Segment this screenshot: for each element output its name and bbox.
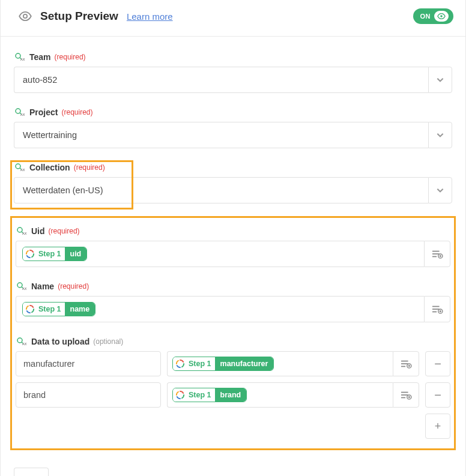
spinner-icon (173, 357, 187, 370)
svg-point-0 (23, 14, 27, 18)
manufacturer-chip[interactable]: Step 1 manufacturer (172, 357, 274, 371)
svg-text:AX: AX (20, 168, 25, 172)
svg-text:AX: AX (20, 58, 25, 61)
name-label: Name (31, 282, 54, 291)
upload-key-input[interactable]: manufacturer (16, 351, 161, 376)
upload-value-input[interactable]: Step 1 brand (167, 382, 393, 408)
svg-point-11 (17, 227, 22, 232)
upload-picker-button[interactable] (393, 351, 419, 376)
upload-row: manufacturer Step 1 manufacturer (16, 351, 450, 376)
data-upload-field: AX Data to upload (optional) manufacture… (16, 337, 450, 439)
collection-select-caret[interactable] (428, 177, 452, 203)
project-select-value[interactable]: Wettertraining (14, 122, 428, 148)
team-field: AX Team (required) auto-852 (14, 52, 452, 93)
chevron-down-icon (436, 76, 444, 84)
chevron-down-icon (436, 131, 444, 139)
chip-step: Step 1 (37, 247, 65, 261)
svg-point-5 (16, 109, 20, 113)
uid-field: AX Uid (required) Step 1 uid (16, 226, 450, 267)
qax-icon: AX (15, 53, 26, 61)
minus-icon: − (434, 388, 441, 402)
toggle-knob-icon (434, 11, 449, 22)
remove-row-button[interactable]: − (425, 351, 450, 376)
project-label: Project (29, 107, 58, 117)
bottom-tab-stub[interactable] (14, 468, 49, 476)
svg-text:AX: AX (22, 232, 27, 235)
upload-row: brand Step 1 brand (16, 382, 450, 408)
name-input[interactable]: Step 1 name (16, 296, 424, 322)
chevron-down-icon (436, 186, 444, 194)
name-chip[interactable]: Step 1 name (22, 302, 95, 316)
header-bar: Setup Preview Learn more ON (1, 0, 465, 37)
chip-attr: uid (65, 247, 87, 261)
list-add-icon (431, 249, 443, 259)
chip-step: Step 1 (187, 388, 215, 402)
qax-icon: AX (15, 108, 26, 116)
uid-chip[interactable]: Step 1 uid (22, 247, 87, 261)
name-field: AX Name (required) Step 1 name (16, 282, 450, 322)
collection-label: Collection (29, 163, 70, 172)
required-badge: (required) (58, 282, 89, 291)
svg-text:AX: AX (20, 113, 25, 116)
optional-badge: (optional) (93, 337, 123, 346)
minus-icon: − (434, 357, 441, 371)
chip-attr: manufacturer (215, 357, 274, 370)
collection-select-value[interactable]: Wetterdaten (en-US) (14, 177, 428, 203)
team-select-value[interactable]: auto-852 (14, 67, 428, 93)
uid-label: Uid (31, 226, 45, 236)
spinner-icon (173, 388, 187, 402)
spinner-icon (23, 303, 37, 316)
plus-icon: + (435, 420, 441, 433)
svg-text:AX: AX (22, 342, 27, 346)
required-badge: (required) (55, 53, 86, 61)
team-label: Team (29, 52, 51, 62)
page-title: Setup Preview (40, 10, 118, 23)
svg-text:AX: AX (22, 287, 27, 291)
name-picker-button[interactable] (424, 296, 450, 322)
required-badge: (required) (49, 227, 80, 235)
remove-row-button[interactable]: − (425, 382, 450, 408)
data-upload-label: Data to upload (31, 337, 89, 346)
list-add-icon (400, 390, 412, 400)
qax-icon: AX (15, 163, 26, 172)
list-add-icon (400, 359, 412, 369)
qax-icon: AX (17, 227, 28, 235)
project-field: AX Project (required) Wettertraining (14, 107, 452, 148)
required-badge: (required) (74, 163, 105, 172)
collection-field: AX Collection (required) Wetterdaten (en… (14, 163, 452, 203)
toggle-label: ON (420, 13, 431, 20)
qax-icon: AX (17, 282, 28, 291)
project-select-caret[interactable] (428, 122, 452, 148)
learn-more-link[interactable]: Learn more (127, 11, 173, 22)
mapping-highlight-box: AX Uid (required) Step 1 uid (10, 216, 456, 450)
upload-picker-button[interactable] (393, 382, 419, 408)
list-add-icon (431, 304, 443, 314)
chip-attr: name (65, 303, 95, 316)
spinner-icon (23, 247, 37, 261)
preview-eye-icon (19, 11, 32, 21)
uid-picker-button[interactable] (424, 241, 450, 267)
uid-input[interactable]: Step 1 uid (16, 241, 424, 267)
qax-icon: AX (17, 337, 28, 346)
required-badge: (required) (61, 108, 92, 116)
brand-chip[interactable]: Step 1 brand (172, 388, 247, 402)
chip-attr: brand (215, 388, 247, 402)
team-select-caret[interactable] (428, 67, 452, 93)
upload-key-input[interactable]: brand (16, 382, 161, 408)
preview-toggle[interactable]: ON (413, 8, 454, 24)
svg-point-20 (17, 283, 22, 288)
svg-point-2 (16, 53, 20, 58)
svg-point-29 (17, 338, 22, 343)
chip-step: Step 1 (187, 357, 215, 370)
svg-point-8 (16, 164, 20, 169)
chip-step: Step 1 (37, 303, 65, 316)
svg-point-1 (440, 15, 443, 17)
add-row-button[interactable]: + (425, 414, 450, 439)
upload-value-input[interactable]: Step 1 manufacturer (167, 351, 393, 376)
